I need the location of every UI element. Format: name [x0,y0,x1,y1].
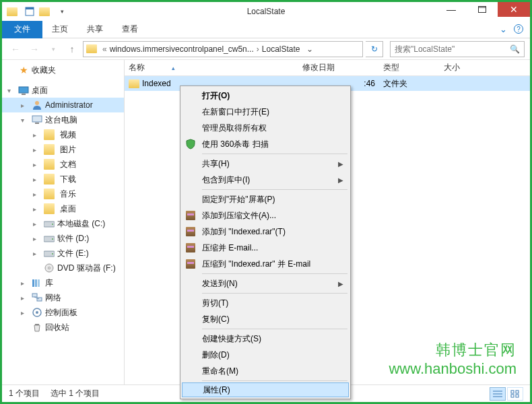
svg-rect-30 [516,391,519,393]
qat-dropdown-icon[interactable]: ▾ [55,5,69,18]
svg-rect-29 [511,391,514,393]
menu-copy[interactable]: 复制(C) [182,311,349,327]
menu-separator [202,154,347,154]
sidebar-thispc[interactable]: ▾这台电脑 [2,112,124,127]
sidebar-videos[interactable]: ▸视频 [2,127,124,142]
menu-cut[interactable]: 剪切(T) [182,295,349,311]
menu-add-library[interactable]: 包含到库中(I)▶ [182,172,349,188]
col-size[interactable]: 大小 [440,62,494,73]
refresh-button[interactable]: ↻ [366,41,383,57]
tab-file[interactable]: 文件 [2,21,42,38]
svg-rect-20 [32,294,37,297]
menu-add-indexed-rar[interactable]: 添加到 "Indexed.rar"(T) [182,224,349,240]
sidebar-pictures[interactable]: ▸图片 [2,142,124,157]
drive-icon [44,218,55,229]
search-icon[interactable]: 🔍 [510,44,520,54]
svg-rect-1 [26,7,34,9]
nav-back-button[interactable]: ← [7,41,24,57]
folder-icon [44,129,55,140]
menu-send-to[interactable]: 发送到(N)▶ [182,275,349,292]
status-count: 1 个项目 [9,388,40,399]
col-date[interactable]: 修改日期 [298,62,379,73]
dvd-icon [44,263,55,273]
sidebar-downloads[interactable]: ▸下载 [2,172,124,187]
col-type[interactable]: 类型 [379,62,440,73]
menu-rename[interactable]: 重命名(M) [182,363,349,379]
tab-share[interactable]: 共享 [77,22,112,38]
qat-newfolder-icon[interactable] [38,5,53,18]
sidebar-drive-c[interactable]: ▸本地磁盘 (C:) [2,216,124,231]
sidebar-desktop2[interactable]: ▸桌面 [2,201,124,216]
close-button[interactable]: ✕ [498,2,530,17]
view-details-button[interactable] [490,387,506,401]
menu-360-scan[interactable]: 使用 360杀毒 扫描 [182,136,349,152]
ribbon-expand-icon[interactable]: ⌄ [500,24,507,34]
svg-rect-8 [35,123,39,124]
menu-separator [202,189,347,190]
star-icon: ★ [18,65,29,75]
qat-properties-icon[interactable] [22,5,37,18]
sidebar-network[interactable]: ▸网络 [2,290,124,305]
address-dropdown-icon[interactable]: ⌄ [303,44,317,54]
menu-pin-start[interactable]: 固定到"开始"屏幕(P) [182,191,349,207]
menu-share[interactable]: 共享(H)▶ [182,156,349,172]
tab-home[interactable]: 主页 [42,22,77,38]
nav-recent-icon[interactable]: ▾ [45,41,61,57]
minimize-button[interactable]: — [436,2,467,17]
help-icon[interactable]: ? [514,24,523,34]
menu-open[interactable]: 打开(O) [182,88,349,104]
pc-icon [32,114,42,125]
sidebar-libraries[interactable]: ▸库 [2,275,124,290]
breadcrumb-sep: « [102,44,107,54]
ribbon-tabs: 文件 主页 共享 查看 ⌄ ? [2,21,530,38]
sidebar-drive-d[interactable]: ▸软件 (D:) [2,231,124,246]
sidebar-dvd[interactable]: DVD 驱动器 (F:) [2,261,124,275]
nav-forward-button[interactable]: → [26,41,42,57]
col-name[interactable]: 名称▴ [125,62,298,73]
desktop-icon [18,85,29,96]
maximize-button[interactable] [467,2,498,17]
svg-rect-32 [516,395,519,397]
sort-indicator-icon: ▴ [172,65,175,71]
sidebar-favorites[interactable]: ★收藏夹 [2,63,124,77]
folder-icon [129,79,139,88]
menu-open-new-window[interactable]: 在新窗口中打开(E) [182,104,349,120]
nav-up-button[interactable]: ↑ [64,41,80,57]
menu-zip-email-to[interactable]: 压缩到 "Indexed.rar" 并 E-mail [182,256,349,272]
address-bar[interactable]: « windows.immersivecontrolpanel_cw5n... … [83,41,363,57]
view-icons-button[interactable] [507,387,523,401]
titlebar: ▾ LocalState — ✕ [2,2,530,21]
sidebar-music[interactable]: ▸音乐 [2,187,124,201]
menu-add-rar[interactable]: 添加到压缩文件(A)... [182,207,349,224]
menu-admin-ownership[interactable]: 管理员取得所有权 [182,120,349,136]
folder-icon [44,189,55,199]
shield-icon [182,139,199,149]
menu-zip-email[interactable]: 压缩并 E-mail... [182,240,349,256]
sidebar-drive-e[interactable]: ▸文件 (E:) [2,246,124,261]
menu-shortcut[interactable]: 创建快捷方式(S) [182,331,349,347]
qat-folder-icon[interactable] [6,5,21,18]
sidebar-documents[interactable]: ▸文档 [2,157,124,172]
submenu-arrow-icon: ▶ [338,176,349,184]
search-input[interactable] [395,44,510,54]
folder-icon [44,159,55,170]
sidebar-controlpanel[interactable]: ▸控制面板 [2,305,124,320]
sidebar-administrator[interactable]: ▸Administrator [2,98,124,112]
tab-view[interactable]: 查看 [112,22,147,38]
recycle-icon [32,322,42,333]
svg-rect-25 [35,324,39,325]
context-menu: 打开(O) 在新窗口中打开(E) 管理员取得所有权 使用 360杀毒 扫描 共享… [180,86,351,399]
search-box[interactable]: 🔍 [390,41,525,57]
breadcrumb-seg2[interactable]: LocalState [262,44,300,54]
sidebar-desktop-root[interactable]: ▾桌面 [2,83,124,98]
network-icon [32,292,42,303]
sidebar-recycle[interactable]: 回收站 [2,320,124,335]
menu-delete[interactable]: 删除(D) [182,347,349,363]
breadcrumb-seg1[interactable]: windows.immersivecontrolpanel_cw5n... [110,44,254,54]
submenu-arrow-icon: ▶ [338,280,349,288]
rar-icon [182,211,199,220]
svg-rect-5 [22,94,26,95]
sidebar: ★收藏夹 ▾桌面 ▸Administrator ▾这台电脑 ▸视频 ▸图片 ▸文… [2,60,125,384]
menu-properties[interactable]: 属性(R) [182,382,349,397]
svg-rect-4 [19,87,28,93]
